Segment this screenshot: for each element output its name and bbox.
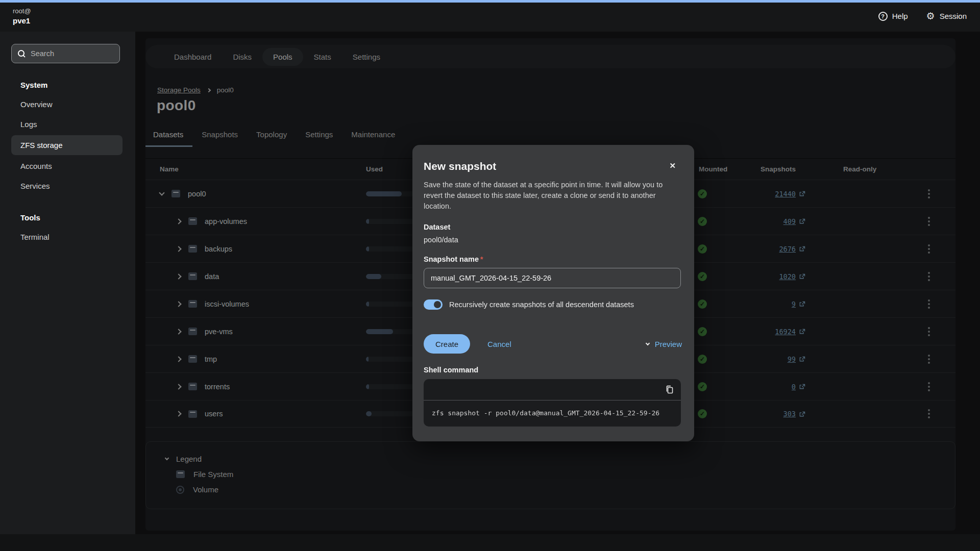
modal-description: Save the state of the dataset at a speci… [424,180,672,212]
preview-label: Preview [655,340,682,348]
sidebar-section-system: System [20,81,135,89]
create-button[interactable]: Create [424,334,470,354]
recursive-toggle-row: Recursively create snapshots of all desc… [424,299,682,310]
recursive-toggle-label: Recursively create snapshots of all desc… [449,300,634,309]
close-icon[interactable]: ✕ [669,161,676,170]
shell-command-label: Shell command [424,366,682,374]
search-box[interactable] [11,44,120,63]
dataset-value: pool0/data [424,236,682,244]
required-marker: * [480,255,483,263]
logged-in-host: root@ pve1 [13,7,31,26]
help-icon: ? [878,12,888,21]
new-snapshot-modal: New snapshot ✕ Save the state of the dat… [412,145,694,441]
modal-title: New snapshot [424,160,682,172]
chevron-down-icon [645,341,649,345]
help-button[interactable]: ? Help [878,12,908,21]
cancel-button[interactable]: Cancel [487,340,511,348]
host-label: pve1 [13,16,31,26]
help-label: Help [892,12,908,20]
sidebar-item-services[interactable]: Services [0,176,135,196]
user-label: root@ [13,7,31,16]
topbar: root@ pve1 ? Help ⚙ Session [0,3,980,32]
preview-toggle[interactable]: Preview [646,340,682,348]
code-block-header [424,379,681,400]
sidebar-item-logs[interactable]: Logs [0,114,135,134]
copy-icon[interactable] [665,385,674,394]
dataset-label: Dataset [424,223,682,231]
page-footer [0,534,980,551]
sidebar-item-overview[interactable]: Overview [0,94,135,114]
sidebar-item-terminal[interactable]: Terminal [0,227,135,247]
session-button[interactable]: ⚙ Session [926,11,967,21]
search-icon [18,50,26,58]
snapshot-name-input[interactable] [424,268,681,288]
sidebar-item-accounts[interactable]: Accounts [0,156,135,176]
sidebar: System Overview Logs ZFS storage Account… [0,32,135,534]
shell-command-block: zfs snapshot -r pool0/data@manual_GMT_20… [424,379,681,427]
session-label: Session [940,12,967,20]
search-input[interactable] [31,49,126,58]
shell-command-text: zfs snapshot -r pool0/data@manual_GMT_20… [424,400,681,427]
recursive-toggle[interactable] [424,299,443,310]
gear-icon: ⚙ [926,11,935,21]
sidebar-section-tools: Tools [20,213,135,222]
toggle-knob [434,301,441,308]
sidebar-item-zfs-storage[interactable]: ZFS storage [11,135,122,155]
snapshot-name-label: Snapshot name* [424,255,682,263]
modal-actions: Create Cancel Preview [424,334,682,354]
